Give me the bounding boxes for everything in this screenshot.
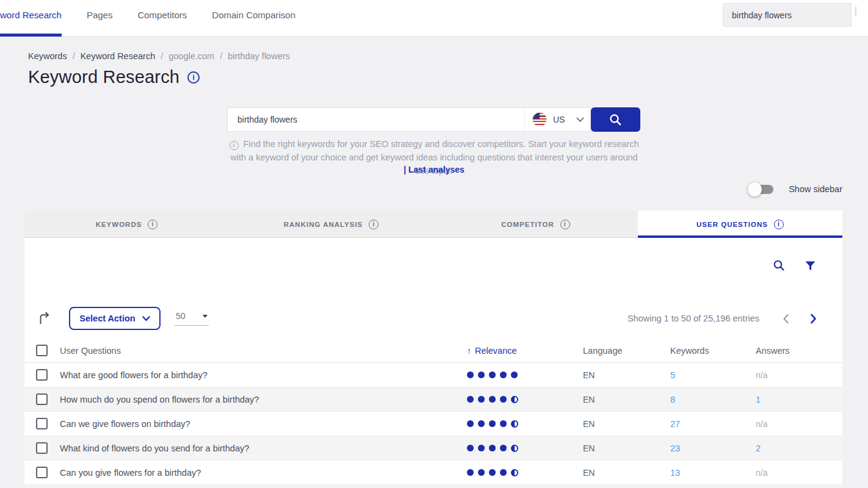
tab-info-icon[interactable]: i	[148, 220, 157, 229]
tab-info-icon[interactable]: i	[774, 220, 784, 229]
row-checkbox[interactable]	[36, 442, 48, 454]
title-info-icon[interactable]: i	[187, 71, 200, 84]
row-checkbox[interactable]	[36, 418, 48, 429]
row-checkbox[interactable]	[36, 393, 48, 405]
keyword-search-input[interactable]: birthday flowers	[227, 107, 525, 132]
breadcrumb-separator: /	[220, 51, 222, 61]
breadcrumb-keywords[interactable]: Keywords	[28, 51, 67, 61]
nav-item-domain-comparison[interactable]: Domain Comparison	[212, 10, 295, 20]
row-checkbox[interactable]	[36, 467, 48, 478]
toggle-knob	[748, 182, 762, 196]
relevance-dot	[511, 420, 518, 428]
export-button[interactable]	[38, 312, 52, 325]
column-header-user-questions[interactable]: User Questions	[60, 346, 467, 356]
show-sidebar-label: Show sidebar	[789, 184, 842, 194]
tab-ranking-analysis[interactable]: RANKING ANALYSIS i	[229, 210, 433, 238]
us-flag-icon-graphic	[855, 5, 856, 17]
relevance-dot	[511, 469, 518, 476]
keywords-count-link[interactable]: 13	[670, 468, 680, 478]
relevance-dots	[467, 371, 583, 378]
column-header-answers[interactable]: Answers	[756, 346, 842, 356]
active-nav-underline	[0, 34, 62, 37]
relevance-dot	[489, 396, 496, 403]
table-header-row: User Questions ↑Relevance Language Keywo…	[24, 339, 842, 363]
table-row: Can we give flowers on birthday? EN 27 n…	[24, 412, 842, 436]
relevance-dot	[467, 420, 474, 427]
relevance-dot	[478, 445, 485, 451]
relevance-dot	[489, 371, 496, 378]
tab-user-questions[interactable]: USER QUESTIONS i	[638, 210, 842, 238]
column-header-relevance[interactable]: ↑Relevance	[467, 346, 583, 356]
chevron-down-icon	[576, 117, 584, 123]
column-header-keywords[interactable]: Keywords	[670, 346, 756, 356]
pagination-next-button[interactable]	[810, 314, 817, 324]
last-analyses-link[interactable]: | Last analyses	[0, 165, 868, 174]
relevance-dot	[478, 420, 485, 427]
nav-search-input[interactable]: birthday flowers	[723, 3, 852, 27]
relevance-dot	[500, 396, 507, 403]
tab-info-icon[interactable]: i	[369, 220, 378, 229]
relevance-dot	[511, 371, 518, 378]
table-row: What kind of flowers do you send for a b…	[24, 436, 842, 461]
relevance-dot	[500, 371, 507, 378]
select-action-label: Select Action	[79, 314, 135, 323]
breadcrumb-keyword-research[interactable]: Keyword Research	[81, 51, 156, 61]
search-button[interactable]	[591, 107, 640, 132]
select-all-checkbox[interactable]	[36, 345, 48, 356]
keywords-count-link[interactable]: 5	[670, 370, 675, 380]
column-header-language[interactable]: Language	[583, 346, 670, 356]
table-search-button[interactable]	[773, 259, 786, 272]
answers-value[interactable]: 1	[756, 395, 761, 404]
row-checkbox[interactable]	[36, 369, 48, 381]
language-value: EN	[583, 468, 670, 478]
nav-item-competitors[interactable]: Competitors	[137, 10, 187, 20]
relevance-dot	[478, 469, 485, 476]
nav-item-keyword-research[interactable]: word Research	[0, 10, 62, 20]
tab-info-icon[interactable]: i	[560, 220, 570, 229]
question-text: What kind of flowers do you send for a b…	[60, 443, 467, 453]
answers-value: n/a	[756, 419, 767, 429]
answers-value: n/a	[756, 370, 767, 380]
search-icon	[773, 259, 786, 272]
relevance-dot	[467, 396, 474, 403]
country-select[interactable]: US	[525, 107, 591, 132]
us-flag-icon[interactable]	[855, 6, 856, 17]
sidebar-toggle-row: Show sidebar	[749, 184, 842, 194]
select-action-button[interactable]: Select Action	[69, 307, 161, 330]
relevance-dots	[467, 396, 583, 403]
description-info-icon: i	[230, 141, 239, 150]
breadcrumb-domain[interactable]: google.com	[168, 51, 214, 61]
table-action-row: Select Action 50 Showing 1 to 50 of 25,1…	[38, 307, 817, 330]
pagination-prev-button[interactable]	[783, 314, 789, 324]
tab-keywords[interactable]: KEYWORDS i	[24, 210, 229, 238]
language-value: EN	[583, 419, 670, 429]
show-sidebar-toggle[interactable]	[749, 185, 773, 194]
table-row: How much do you spend on flowers for a b…	[24, 387, 842, 412]
nav-item-pages[interactable]: Pages	[87, 10, 113, 20]
answers-value[interactable]: 2	[756, 443, 761, 453]
chevron-left-icon	[783, 314, 789, 324]
chevron-down-icon	[142, 316, 150, 321]
keywords-count-link[interactable]: 8	[670, 395, 675, 404]
language-value: EN	[583, 443, 670, 453]
page-size-select[interactable]: 50	[175, 311, 209, 326]
table-filter-button[interactable]	[805, 261, 816, 271]
question-text: How much do you spend on flowers for a b…	[60, 395, 467, 404]
question-text: Can we give flowers on birthday?	[60, 419, 467, 429]
keywords-count-link[interactable]: 27	[670, 419, 680, 429]
relevance-dot	[478, 396, 485, 403]
language-value: EN	[583, 395, 670, 404]
table-row: Can you give flowers for a birthday? EN …	[24, 461, 842, 485]
filter-icon	[805, 261, 816, 271]
relevance-dot	[467, 371, 474, 378]
keywords-count-link[interactable]: 23	[670, 443, 680, 453]
tab-ranking-analysis-label: RANKING ANALYSIS	[284, 221, 363, 228]
table-tools	[773, 259, 816, 272]
keyword-search-group: birthday flowers US	[227, 107, 640, 132]
tab-competitor[interactable]: COMPETITOR i	[433, 210, 638, 238]
breadcrumb-separator: /	[73, 51, 75, 61]
breadcrumb-separator: /	[161, 51, 163, 61]
tab-competitor-label: COMPETITOR	[501, 221, 554, 228]
results-tabbar: KEYWORDS i RANKING ANALYSIS i COMPETITOR…	[24, 210, 842, 238]
question-text: What are good flowers for a birthday?	[60, 370, 467, 380]
